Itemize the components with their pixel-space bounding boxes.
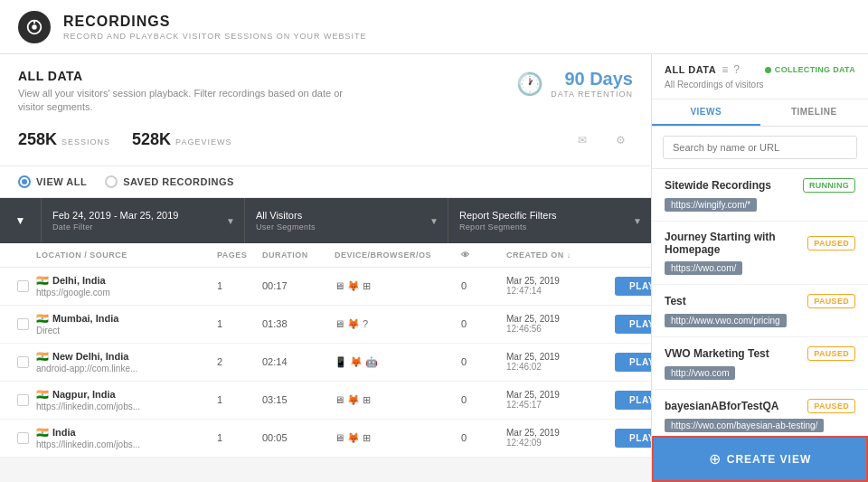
right-panel: ALL DATA ≡ ? COLLECTING DATA All Recordi… — [651, 54, 868, 482]
row1-duration: 00:17 — [262, 280, 335, 291]
row4-pages: 1 — [217, 394, 262, 405]
search-input[interactable] — [663, 136, 857, 159]
saved-recordings-option[interactable]: SAVED RECORDINGS — [105, 175, 234, 188]
browser-icon: 🦊 — [347, 394, 360, 406]
row5-eye: 0 — [461, 432, 506, 443]
row1-location-name: 🇮🇳 Delhi, India — [36, 275, 217, 287]
view-sitewide-header: Sitewide Recordings RUNNING — [665, 178, 855, 193]
report-filter-arrow: ▼ — [633, 215, 642, 225]
report-filter-label: Report Segments — [459, 222, 640, 232]
tab-timeline[interactable]: TIMELINE — [760, 99, 869, 126]
collecting-badge: COLLECTING DATA — [765, 65, 855, 74]
view-all-option[interactable]: VIEW ALL — [18, 175, 87, 188]
browser-icon: 🦊 — [347, 318, 360, 330]
view-item-bayesian[interactable]: bayesianABforTestQA PAUSED https://vwo.c… — [652, 390, 868, 436]
view-bayesian-status: PAUSED — [807, 399, 855, 413]
row2-location: 🇮🇳 Mumbai, India Direct — [36, 313, 217, 336]
col-duration: DURATION — [262, 250, 335, 260]
saved-recordings-radio[interactable] — [105, 175, 118, 188]
view-item-sitewide[interactable]: Sitewide Recordings RUNNING https://wing… — [652, 169, 868, 222]
row3-date-main: Mar 25, 2019 — [506, 352, 615, 362]
clock-icon: 🕐 — [516, 71, 543, 97]
row2-flag: 🇮🇳 — [36, 313, 49, 325]
row2-location-name: 🇮🇳 Mumbai, India — [36, 313, 217, 325]
filter-icon-btn[interactable]: ▼ — [0, 198, 42, 243]
all-data-desc: View all your visitors' session playback… — [18, 87, 344, 115]
view-all-radio[interactable] — [18, 175, 31, 188]
row1-checkbox[interactable] — [9, 280, 36, 292]
date-filter[interactable]: Feb 24, 2019 - Mar 25, 2019 Date Filter … — [42, 198, 245, 243]
view-bayesian-url: https://vwo.com/bayesian-ab-testing/ — [665, 419, 824, 432]
row5-checkbox[interactable] — [9, 432, 36, 444]
row4-checkbox[interactable] — [9, 394, 36, 406]
desktop-icon: 🖥 — [335, 394, 344, 405]
filters-bar: ▼ Feb 24, 2019 - Mar 25, 2019 Date Filte… — [0, 198, 651, 243]
pageviews-label: PAGEVIEWS — [175, 137, 231, 146]
row5-pages: 1 — [217, 432, 262, 443]
row1-date: Mar 25, 2019 12:47:14 — [506, 276, 615, 296]
saved-recordings-label: SAVED RECORDINGS — [123, 176, 234, 187]
tab-views[interactable]: VIEWS — [652, 99, 760, 126]
row3-pages: 2 — [217, 356, 262, 367]
col-eye: 👁 — [461, 250, 506, 260]
row1-location: 🇮🇳 Delhi, India https://google.com — [36, 275, 217, 298]
help-icon[interactable]: ? — [733, 63, 740, 76]
row1-play-btn[interactable]: PLAY — [615, 277, 651, 296]
table-row: 🇮🇳 New Delhi, India android-app://com.li… — [0, 344, 651, 382]
row2-eye: 0 — [461, 318, 506, 329]
os-icon: ? — [363, 318, 368, 329]
row2-pages: 1 — [217, 318, 262, 329]
retention-badge: 🕐 90 Days DATA RETENTION — [516, 69, 633, 99]
view-sitewide-url: https://wingify.com/* — [665, 198, 757, 212]
view-item-test[interactable]: Test PAUSED http://www.vwo.com/pricing — [652, 285, 868, 337]
right-title-group: ALL DATA ≡ ? — [665, 63, 740, 76]
row4-url: https://linkedin.com/jobs... — [36, 402, 217, 411]
row4-play-btn[interactable]: PLAY — [615, 391, 651, 410]
app-subtitle: RECORD AND PLAYBACK VISITOR SESSIONS ON … — [63, 32, 367, 41]
row5-location-name: 🇮🇳 India — [36, 427, 217, 439]
right-panel-title: ALL DATA — [665, 64, 716, 75]
segment-filter[interactable]: All Visitors User Segments ▼ — [245, 198, 448, 243]
view-homepage-status: PAUSED — [807, 236, 855, 250]
row3-location-name: 🇮🇳 New Delhi, India — [36, 351, 217, 363]
email-icon[interactable]: ✉ — [570, 128, 595, 153]
view-item-homepage[interactable]: Journey Starting with Homepage PAUSED ht… — [652, 222, 868, 285]
create-view-button[interactable]: ⊕ CREATE VIEW — [652, 436, 868, 482]
row2-play-btn[interactable]: PLAY — [615, 315, 651, 334]
retention-days: 90 Days — [551, 69, 633, 90]
row2-date-main: Mar 25, 2019 — [506, 314, 615, 324]
row3-duration: 02:14 — [262, 356, 335, 367]
header-text: RECORDINGS RECORD AND PLAYBACK VISITOR S… — [63, 14, 367, 41]
all-data-title: ALL DATA — [18, 69, 344, 83]
view-item-vwo-marketing[interactable]: VWO Marketing Test PAUSED http://vwo.com — [652, 337, 868, 390]
row3-play-btn[interactable]: PLAY — [615, 353, 651, 372]
sessions-value: 258K — [18, 130, 57, 149]
row5-location: 🇮🇳 India https://linkedin.com/jobs... — [36, 427, 217, 449]
settings-icon[interactable]: ⚙ — [608, 128, 633, 153]
row4-devices: 🖥 🦊 ⊞ — [335, 394, 461, 406]
col-location: LOCATION / SOURCE — [36, 250, 217, 260]
row3-devices: 📱 🦊 🤖 — [335, 356, 461, 368]
tabs-row: VIEWS TIMELINE — [652, 99, 868, 127]
right-title-row: ALL DATA ≡ ? COLLECTING DATA — [665, 63, 855, 76]
row4-location-name: 🇮🇳 Nagpur, India — [36, 389, 217, 401]
row2-checkbox[interactable] — [9, 318, 36, 330]
row3-flag: 🇮🇳 — [36, 351, 49, 363]
report-filter[interactable]: Report Specific Filters Report Segments … — [448, 198, 651, 243]
all-data-section: ALL DATA View all your visitors' session… — [0, 54, 651, 166]
plus-icon: ⊕ — [709, 450, 722, 468]
mobile-icon: 📱 — [335, 356, 347, 368]
row3-checkbox[interactable] — [9, 356, 36, 368]
row5-flag: 🇮🇳 — [36, 427, 49, 439]
date-filter-value: Feb 24, 2019 - Mar 25, 2019 — [52, 210, 233, 221]
sessions-label: SESSIONS — [61, 137, 110, 146]
retention-label: DATA RETENTION — [551, 90, 633, 99]
table-header: LOCATION / SOURCE PAGES DURATION DEVICE/… — [0, 243, 651, 268]
view-test-header: Test PAUSED — [665, 294, 855, 308]
view-toggle: VIEW ALL SAVED RECORDINGS — [0, 166, 651, 198]
row5-play-btn[interactable]: PLAY — [615, 429, 651, 448]
row2-date: Mar 25, 2019 12:46:56 — [506, 314, 615, 334]
row4-date: Mar 25, 2019 12:45:17 — [506, 390, 615, 410]
table-row: 🇮🇳 India https://linkedin.com/jobs... 1 … — [0, 420, 651, 458]
view-bayesian-name: bayesianABforTestQA — [665, 400, 778, 412]
